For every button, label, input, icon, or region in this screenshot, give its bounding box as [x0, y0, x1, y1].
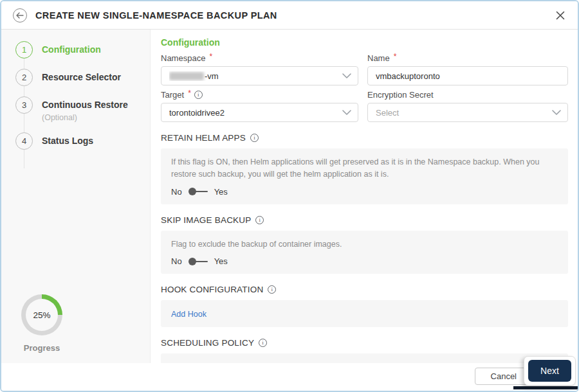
- scheduling-policy-panel: Full Backup: Adding a full backup policy…: [161, 353, 568, 363]
- create-backup-plan-dialog: CREATE NEW SINGLE-NAMESPACE BACKUP PLAN …: [0, 0, 579, 392]
- info-icon[interactable]: [255, 216, 264, 224]
- stepper-sidebar: 1 Configuration 2 Resource Selector 3 Co…: [1, 30, 151, 363]
- dialog-body: 1 Configuration 2 Resource Selector 3 Co…: [1, 30, 578, 363]
- scheduling-policy-title: SCHEDULING POLICY: [161, 338, 568, 348]
- required-asterisk: *: [188, 89, 191, 98]
- name-field: Name* vmbackuptoronto: [367, 49, 568, 85]
- dialog-title: CREATE NEW SINGLE-NAMESPACE BACKUP PLAN: [35, 10, 277, 21]
- retain-helm-apps-description: If this flag is ON, then Helm applicatio…: [171, 156, 558, 181]
- retain-helm-apps-panel: If this flag is ON, then Helm applicatio…: [161, 148, 568, 204]
- required-asterisk: *: [394, 52, 397, 61]
- dialog-header: CREATE NEW SINGLE-NAMESPACE BACKUP PLAN: [1, 1, 578, 30]
- next-button-callout: Next: [524, 356, 576, 386]
- skip-image-toggle-switch[interactable]: [188, 258, 208, 265]
- field-grid: Namespace* -vm Name* vmbackupt: [161, 49, 568, 122]
- retain-helm-toggle-switch[interactable]: [188, 188, 208, 195]
- back-button[interactable]: [13, 8, 27, 22]
- encryption-secret-placeholder: Select: [376, 108, 552, 118]
- info-icon[interactable]: [194, 91, 203, 99]
- step-number: 2: [15, 69, 33, 86]
- toggle-off-label: No: [171, 256, 182, 266]
- step-number: 3: [15, 96, 33, 114]
- namespace-select[interactable]: -vm: [161, 66, 358, 85]
- add-hook-link[interactable]: Add Hook: [171, 310, 207, 319]
- info-icon[interactable]: [250, 134, 259, 142]
- step-label: Resource Selector: [42, 69, 121, 86]
- progress-ring: 25%: [21, 294, 62, 335]
- namespace-label: Namespace*: [161, 53, 358, 63]
- step-label: Status Logs: [42, 132, 93, 150]
- back-arrow-icon: [16, 12, 24, 19]
- name-label: Name*: [367, 53, 568, 63]
- redacted-text: [169, 72, 204, 80]
- target-field: Target* torontoidrivee2: [161, 85, 358, 122]
- target-select[interactable]: torontoidrivee2: [161, 103, 358, 122]
- chevron-down-icon: [342, 110, 351, 115]
- skip-image-toggle-row: No Yes: [171, 256, 558, 266]
- configuration-form: Configuration Namespace* -vm: [151, 30, 578, 363]
- target-label: Target*: [161, 90, 358, 100]
- progress-label: Progress: [19, 343, 64, 353]
- step-status-logs[interactable]: 4 Status Logs: [15, 132, 150, 150]
- toggle-knob: [188, 258, 196, 265]
- step-resource-selector[interactable]: 2 Resource Selector: [15, 69, 150, 86]
- step-configuration[interactable]: 1 Configuration: [15, 41, 150, 58]
- toggle-knob: [188, 188, 196, 195]
- progress-percent: 25%: [26, 299, 58, 331]
- toggle-on-label: Yes: [214, 187, 228, 197]
- retain-helm-apps-title: RETAIN HELM APPS: [161, 133, 568, 143]
- step-label: Continuous Restore: [42, 96, 128, 110]
- required-asterisk: *: [209, 52, 212, 61]
- info-icon[interactable]: [259, 339, 267, 347]
- toggle-on-label: Yes: [214, 256, 228, 266]
- step-sublabel: (Optional): [42, 113, 128, 122]
- retain-helm-toggle-row: No Yes: [171, 187, 558, 197]
- skip-image-backup-panel: Flag to exclude the backup of container …: [161, 231, 568, 274]
- chevron-down-icon: [552, 110, 561, 115]
- progress-indicator: 25% Progress: [19, 294, 64, 353]
- info-icon[interactable]: [268, 285, 276, 294]
- name-value: vmbackuptoronto: [376, 71, 561, 81]
- target-value: torontoidrivee2: [169, 108, 342, 118]
- skip-image-backup-title: SKIP IMAGE BACKUP: [161, 215, 568, 225]
- step-number: 1: [15, 41, 33, 58]
- name-input[interactable]: vmbackuptoronto: [367, 66, 568, 85]
- encryption-secret-select[interactable]: Select: [367, 103, 568, 122]
- toggle-off-label: No: [171, 187, 182, 197]
- namespace-field: Namespace* -vm: [161, 49, 358, 85]
- encryption-secret-label: Encryption Secret: [367, 90, 568, 100]
- close-icon: [556, 11, 565, 20]
- annotation-dark-bar: [513, 386, 578, 389]
- hook-configuration-panel: Add Hook: [161, 300, 568, 327]
- encryption-secret-field: Encryption Secret Select: [367, 85, 568, 122]
- namespace-value: -vm: [169, 71, 342, 81]
- step-label: Configuration: [42, 41, 101, 58]
- dialog-footer: Cancel Next: [1, 363, 578, 391]
- skip-image-backup-description: Flag to exclude the backup of container …: [171, 238, 558, 251]
- chevron-down-icon: [342, 73, 351, 78]
- step-continuous-restore[interactable]: 3 Continuous Restore (Optional): [15, 96, 150, 122]
- hook-configuration-title: HOOK CONFIGURATION: [161, 285, 568, 294]
- close-button[interactable]: [556, 11, 565, 20]
- next-button[interactable]: Next: [528, 360, 571, 382]
- step-number: 4: [15, 132, 33, 150]
- form-section-title: Configuration: [161, 37, 568, 48]
